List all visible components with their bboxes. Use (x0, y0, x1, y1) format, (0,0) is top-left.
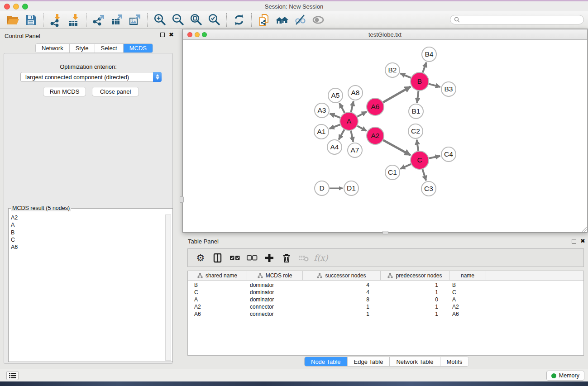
mcds-result-item[interactable]: A6 (10, 243, 164, 251)
resize-grip-icon[interactable] (581, 226, 587, 232)
delete-row-icon[interactable] (280, 251, 293, 265)
column-header-name[interactable]: name (449, 271, 486, 280)
column-header-predecessor-nodes[interactable]: predecessor nodes (381, 271, 449, 280)
save-session-icon[interactable] (23, 12, 39, 28)
list-icon (9, 372, 16, 379)
criterion-value: largest connected component (directed) (21, 74, 153, 81)
table-row[interactable]: Cdominator41C (188, 289, 583, 296)
left-splitter-grip[interactable] (180, 196, 184, 203)
graph-edge-B-B3 (429, 84, 440, 87)
tab-select[interactable]: Select (95, 44, 124, 52)
result-scrollbar[interactable] (165, 214, 171, 361)
run-mcds-button[interactable]: Run MCDS (43, 87, 86, 96)
network-window-titlebar[interactable]: testGlobe.txt (183, 29, 587, 40)
home-icon[interactable] (274, 12, 290, 28)
mcds-result-item[interactable]: C (10, 236, 164, 243)
cell-successor-nodes: 4 (303, 289, 381, 295)
hide-glasses-icon[interactable] (292, 12, 308, 28)
open-session-icon[interactable] (5, 12, 21, 28)
settings-gear-icon[interactable]: ⚙ (194, 251, 207, 265)
show-eye-icon[interactable] (310, 12, 326, 28)
tab-node-table[interactable]: Node Table (305, 357, 348, 366)
search-field[interactable] (450, 15, 584, 24)
graph-node-label-A: A (347, 117, 352, 125)
import-table-icon[interactable] (66, 12, 82, 28)
network-canvas[interactable]: AA1A2A3A4A5A6A7A8BB1B2B3B4CC1C2C3C4DD1 (183, 40, 587, 232)
cell-predecessor-nodes: 1 (381, 311, 449, 317)
cell-predecessor-nodes: 1 (381, 304, 449, 310)
graph-node-label-D: D (319, 184, 324, 192)
bottom-splitter-grip[interactable] (382, 231, 388, 234)
toolbar-separator (226, 13, 227, 27)
cell-name: A (449, 296, 486, 303)
export-image-icon[interactable] (127, 12, 143, 28)
node-table: shared nameMCDS rolesuccessor nodesprede… (187, 271, 584, 356)
graph-node-label-A1: A1 (317, 128, 326, 135)
column-layout-icon[interactable] (211, 251, 225, 265)
deselect-all-icon[interactable] (245, 251, 259, 265)
graph-edge-A6-B (383, 86, 411, 102)
optimization-criterion-select[interactable]: largest connected component (directed) (20, 72, 162, 82)
mcds-result-box: MCDS result (5 nodes) A2ABCA6 (8, 208, 173, 362)
search-input[interactable] (462, 17, 580, 23)
control-panel-tabs: NetworkStyleSelectMCDS (35, 43, 153, 53)
export-table-icon[interactable] (109, 12, 125, 28)
close-table-panel-icon[interactable]: ✖ (580, 239, 585, 243)
mcds-result-item[interactable]: A2 (10, 214, 164, 221)
tab-style[interactable]: Style (70, 44, 95, 52)
apply-layout-icon[interactable] (231, 12, 247, 28)
tab-network[interactable]: Network (36, 44, 70, 52)
network-window-title: testGlobe.txt (183, 31, 587, 38)
tab-mcds[interactable]: MCDS (124, 44, 153, 52)
table-row[interactable]: Bdominator41B (188, 281, 583, 289)
mcds-result-item[interactable]: A (10, 221, 164, 229)
cell-predecessor-nodes: 0 (381, 296, 449, 303)
cell-name: A2 (449, 304, 486, 310)
hierarchy-icon (387, 273, 393, 278)
graph-node-label-C2: C2 (411, 127, 420, 135)
memory-label: Memory (559, 372, 579, 379)
memory-button[interactable]: Memory (546, 371, 584, 381)
close-panel-button[interactable]: Close panel (92, 87, 139, 96)
export-network-icon[interactable] (91, 12, 107, 28)
close-panel-icon[interactable]: ✖ (169, 33, 174, 37)
mcds-result-list: A2ABCA6 (10, 214, 164, 361)
delete-table-icon[interactable] (297, 251, 311, 265)
mcds-result-item[interactable]: B (10, 229, 164, 236)
import-network-icon[interactable] (48, 12, 64, 28)
float-panel-icon[interactable] (160, 33, 165, 37)
tab-motifs[interactable]: Motifs (440, 357, 469, 366)
tab-edge-table[interactable]: Edge Table (348, 357, 390, 366)
graph-node-label-A6: A6 (371, 103, 380, 110)
column-header-shared-name[interactable]: shared name (188, 271, 247, 280)
column-header-successor-nodes[interactable]: successor nodes (303, 271, 381, 280)
desktop-wallpaper (0, 381, 588, 386)
zoom-fit-icon[interactable] (188, 12, 204, 28)
zoom-in-icon[interactable] (152, 12, 168, 28)
task-history-button[interactable] (6, 371, 19, 380)
hierarchy-icon (317, 273, 322, 278)
graph-node-label-C4: C4 (444, 150, 453, 158)
table-row[interactable]: Adominator80A (188, 296, 583, 303)
hierarchy-icon (258, 273, 263, 278)
table-tabs: Node TableEdge TableNetwork TableMotifs (304, 357, 469, 367)
main-titlebar: Session: New Session (0, 1, 588, 11)
table-row[interactable]: A2connector11A2 (188, 303, 583, 310)
cell-mcds-role: dominator (247, 289, 303, 295)
tab-network-table[interactable]: Network Table (390, 357, 440, 366)
search-icon (454, 17, 460, 23)
table-row[interactable]: A6connector11A6 (188, 310, 583, 318)
zoom-out-icon[interactable] (170, 12, 186, 28)
network-graph[interactable]: AA1A2A3A4A5A6A7A8BB1B2B3B4CC1C2C3C4DD1 (183, 40, 587, 232)
float-table-panel-icon[interactable] (572, 239, 576, 243)
add-row-icon[interactable] (263, 251, 276, 265)
column-header-label: shared name (206, 272, 237, 279)
graph-node-label-A2: A2 (371, 132, 380, 139)
column-header-mcds-role[interactable]: MCDS role (247, 271, 303, 280)
select-all-icon[interactable] (228, 251, 242, 265)
column-header-label: name (461, 272, 474, 279)
duplicate-network-icon[interactable] (256, 12, 272, 28)
zoom-selected-icon[interactable] (206, 12, 222, 28)
function-builder-icon[interactable]: f(x) (314, 251, 328, 265)
graph-node-label-D1: D1 (347, 184, 356, 192)
